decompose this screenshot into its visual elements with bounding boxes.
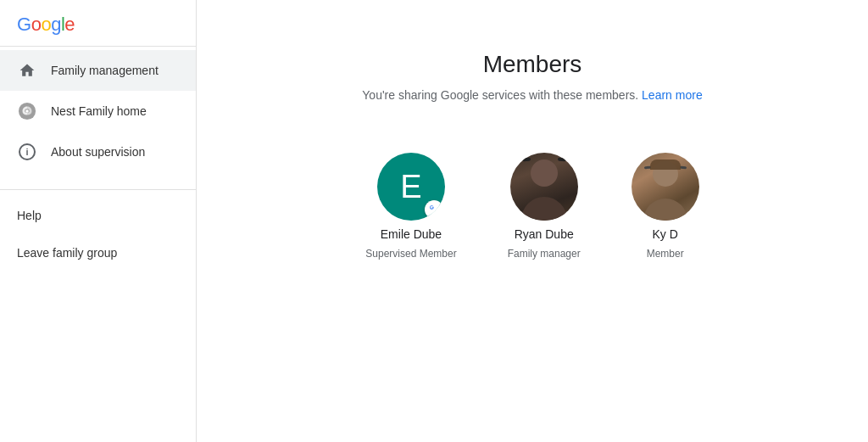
info-icon: i xyxy=(17,142,37,162)
member-name-emile: Emile Dube xyxy=(381,227,442,241)
avatar-ky xyxy=(632,153,699,221)
nav-section: Family management Nest Family home i Abo… xyxy=(0,46,196,176)
logo-letter-o2: o xyxy=(41,14,51,36)
logo-letter-o1: o xyxy=(31,14,42,36)
members-row: E Emile Dube Supervised Member xyxy=(365,153,698,260)
bottom-section: Help Leave family group xyxy=(0,189,196,278)
logo-letter-g2: g xyxy=(51,14,61,36)
member-role-ryan: Family manager xyxy=(508,248,581,260)
help-link[interactable]: Help xyxy=(0,197,196,234)
member-name-ky: Ky D xyxy=(653,227,678,241)
logo-area: Google xyxy=(0,0,196,46)
svg-point-1 xyxy=(25,109,29,113)
house-icon xyxy=(17,60,37,81)
sidebar-item-family-management[interactable]: Family management xyxy=(0,50,196,91)
sidebar: Google Family management Nest F xyxy=(0,0,197,442)
help-label: Help xyxy=(17,209,42,222)
leave-family-group-label: Leave family group xyxy=(17,246,117,260)
member-card-ryan: Ryan Dube Family manager xyxy=(508,153,581,260)
sidebar-item-about-supervision[interactable]: i About supervision xyxy=(0,131,196,172)
member-name-ryan: Ryan Dube xyxy=(515,227,574,241)
avatar-ryan xyxy=(510,153,578,221)
google-badge-emile xyxy=(425,200,443,219)
logo-letter-g: G xyxy=(17,14,31,36)
avatar-letter-emile: E xyxy=(400,171,421,203)
sidebar-item-nest-family-home-label: Nest Family home xyxy=(51,104,147,118)
google-logo: Google xyxy=(17,14,179,36)
learn-more-link[interactable]: Learn more xyxy=(642,88,703,102)
logo-letter-e: e xyxy=(64,14,75,36)
nest-icon xyxy=(17,101,37,121)
member-card-ky: Ky D Member xyxy=(632,153,699,260)
member-card-emile: E Emile Dube Supervised Member xyxy=(365,153,456,260)
sidebar-item-about-supervision-label: About supervision xyxy=(51,145,145,159)
page-title: Members xyxy=(483,51,582,78)
member-role-ky: Member xyxy=(647,248,684,260)
sidebar-item-family-management-label: Family management xyxy=(51,64,159,77)
subtitle: You're sharing Google services with thes… xyxy=(362,88,702,102)
main-content: Members You're sharing Google services w… xyxy=(197,0,868,442)
sidebar-item-nest-family-home[interactable]: Nest Family home xyxy=(0,91,196,131)
member-role-emile: Supervised Member xyxy=(365,248,456,260)
leave-family-group-button[interactable]: Leave family group xyxy=(0,234,196,271)
avatar-emile: E xyxy=(377,153,445,221)
subtitle-text: You're sharing Google services with thes… xyxy=(362,88,638,102)
